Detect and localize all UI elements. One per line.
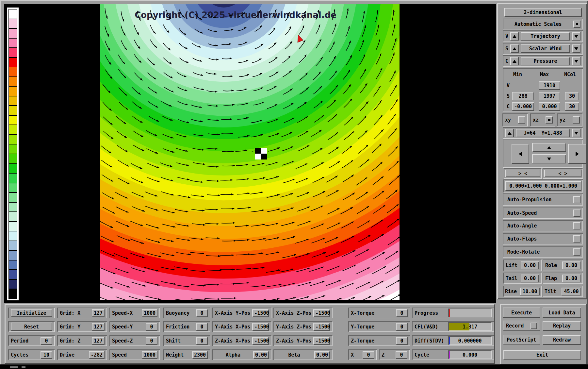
selector-down-button-v[interactable]: [572, 32, 580, 41]
pan-right-button[interactable]: [568, 144, 586, 164]
alpha-value[interactable]: 0.00: [253, 351, 269, 359]
colorbar-cell: [9, 116, 17, 125]
xy-label: xy: [505, 117, 511, 123]
speed-x-value[interactable]: 1000: [142, 309, 157, 317]
speed-z-value[interactable]: 0: [146, 337, 157, 345]
cfl-v-d-meter: 1.317: [448, 322, 492, 331]
exit-button[interactable]: Exit: [503, 350, 581, 360]
rise-value[interactable]: 10.00: [520, 288, 540, 295]
cycles-value[interactable]: 10: [41, 351, 52, 359]
y-torque-value[interactable]: 0: [396, 323, 408, 331]
selector-up-button-v[interactable]: [510, 32, 519, 41]
left-arrow-icon: [519, 152, 522, 156]
v-max-field[interactable]: 1910: [539, 81, 560, 90]
cfl-v-d-value: 1.317: [463, 324, 477, 330]
c-ncol-field[interactable]: 30: [565, 102, 579, 111]
selector-value-c[interactable]: Pressure: [521, 57, 570, 65]
grid-x-value[interactable]: 127: [92, 309, 105, 317]
flow-field-canvas[interactable]: Copyright (C) 2025 virtuellerwindkanal.d…: [100, 4, 400, 300]
c-min-field[interactable]: -0.000: [512, 102, 534, 111]
strip-mark: [10, 366, 18, 368]
shift-value[interactable]: 0: [196, 337, 208, 345]
colorbar-cell: [9, 19, 17, 28]
z-axis-y-pos-value[interactable]: -1500: [313, 337, 330, 345]
xz-toggle[interactable]: [546, 116, 553, 124]
auto-speed-label: Auto-Speed: [507, 210, 537, 216]
redraw-button[interactable]: Redraw: [543, 335, 581, 345]
reset-button[interactable]: Reset: [11, 323, 52, 331]
pan-down-button[interactable]: [532, 154, 566, 163]
z-axis-x-pos-value[interactable]: -1500: [252, 337, 269, 345]
pan-left-button[interactable]: [512, 144, 529, 164]
x-value[interactable]: 0: [363, 351, 374, 359]
slice-down-button[interactable]: [572, 129, 580, 137]
mode-rotate-label: Mode-Rotate: [507, 249, 540, 255]
friction-value[interactable]: 0: [196, 323, 208, 331]
s-max-field[interactable]: 1997: [539, 92, 560, 100]
speed-value[interactable]: 1000: [142, 351, 157, 359]
toggle-auto-angle: Auto-Angle: [503, 220, 583, 231]
selector-down-button-s[interactable]: [572, 44, 580, 53]
initialize-button[interactable]: Initialize: [11, 309, 52, 317]
s-ncol-field[interactable]: 30: [565, 92, 579, 100]
role-value[interactable]: 0.00: [562, 261, 580, 269]
record-button[interactable]: Record: [503, 321, 540, 331]
beta-value[interactable]: 0.00: [314, 351, 330, 359]
auto-speed-toggle[interactable]: [573, 210, 580, 217]
period-value[interactable]: 0: [41, 337, 52, 345]
s-min-field[interactable]: 288: [512, 92, 534, 100]
auto-flaps-toggle[interactable]: [573, 235, 580, 243]
progress-meter: [448, 309, 492, 317]
x-torque-value[interactable]: 0: [396, 309, 408, 317]
tilt-value[interactable]: 45.00: [562, 288, 581, 295]
automatic-scales-toggle[interactable]: [573, 21, 580, 28]
zoom-in-button[interactable]: > <: [505, 170, 540, 177]
x-axis-z-pos-value[interactable]: -1500: [313, 309, 330, 317]
z-value[interactable]: 0: [396, 351, 407, 359]
mode-rotate-toggle[interactable]: [573, 248, 580, 256]
auto-angle-toggle[interactable]: [573, 222, 580, 229]
selector-down-button-c[interactable]: [572, 57, 580, 65]
grid-y-value[interactable]: 127: [92, 323, 105, 331]
z-torque-cell: Z-Torque0: [348, 335, 410, 346]
postscript-button[interactable]: PostScript: [503, 335, 540, 345]
selector-up-button-c[interactable]: [510, 57, 519, 65]
record-toggle[interactable]: [531, 323, 537, 329]
flap-label: Flap: [545, 276, 557, 281]
tail-value[interactable]: 0.00: [521, 275, 539, 282]
scale-key-s: S: [507, 93, 510, 99]
dimension-mode-button[interactable]: 2-dimensional: [504, 8, 582, 17]
yz-toggle[interactable]: [573, 116, 580, 124]
slice-readout[interactable]: J=64 Y=1.488: [516, 129, 570, 137]
weight-value[interactable]: 2300: [192, 351, 208, 359]
x-axis-y-pos-value[interactable]: -1500: [252, 309, 269, 317]
flow-field-view[interactable]: Copyright (C) 2025 virtuellerwindkanal.d…: [100, 4, 400, 300]
grid-z-value[interactable]: 127: [92, 337, 105, 345]
drive-cell: Drive-282: [57, 349, 107, 360]
slice-up-button[interactable]: [505, 129, 514, 137]
view-range-readout[interactable]: 0.000>1.000 0.000>1.000: [505, 181, 581, 191]
pan-up-button[interactable]: [532, 143, 566, 152]
alpha-cell: Alpha0.00: [212, 349, 271, 360]
load-data-button[interactable]: Load Data: [543, 308, 581, 318]
lift-value[interactable]: 0.00: [521, 261, 539, 269]
selector-value-v[interactable]: Trajectory: [521, 32, 570, 41]
execute-button[interactable]: Execute: [503, 308, 540, 318]
slice-row: J=64 Y=1.488: [503, 127, 583, 139]
selector-up-button-s[interactable]: [510, 44, 519, 53]
y-axis-x-pos-value[interactable]: -1500: [252, 323, 269, 331]
drive-value[interactable]: -282: [89, 351, 105, 359]
y-axis-z-pos-value[interactable]: -1500: [313, 323, 330, 331]
xy-toggle[interactable]: [518, 116, 525, 124]
zoom-out-button[interactable]: < >: [544, 170, 581, 177]
speed-y-value[interactable]: 0: [146, 323, 157, 331]
flap-value[interactable]: 0.00: [562, 275, 580, 282]
position-marker[interactable]: [255, 148, 267, 159]
selector-value-s[interactable]: Scalar Wind: [521, 44, 570, 53]
buoyancy-value[interactable]: 0: [196, 309, 208, 317]
replay-button[interactable]: Replay: [543, 321, 581, 331]
auto-propulsion-toggle[interactable]: [573, 196, 580, 203]
c-max-field[interactable]: 0.000: [539, 102, 560, 111]
z-torque-value[interactable]: 0: [396, 337, 408, 345]
meter-tick: [449, 309, 450, 317]
